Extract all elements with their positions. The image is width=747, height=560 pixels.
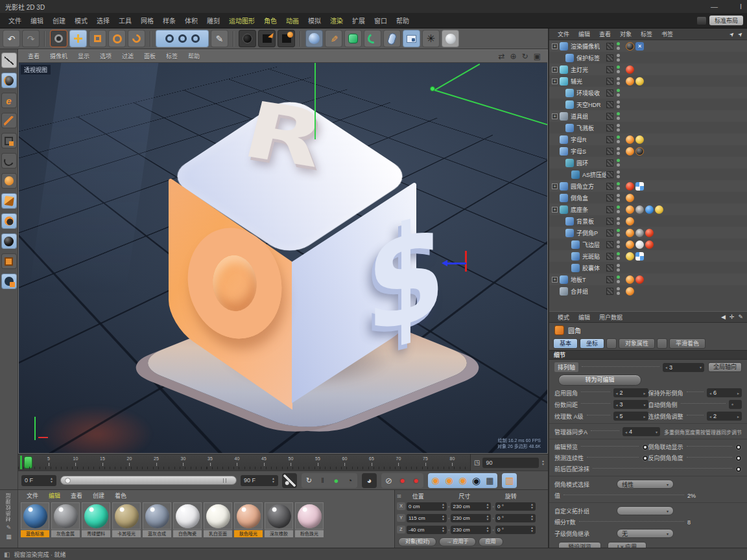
object-row-12[interactable]: +圆角立方 [549, 180, 747, 192]
gcube-tool-icon[interactable] [344, 30, 362, 47]
layer-swatch[interactable] [606, 159, 613, 167]
frame-start-stepper[interactable]: ▲▼ [50, 477, 53, 484]
layer-swatch[interactable] [606, 113, 613, 120]
mode-blob-orange-icon[interactable] [1, 173, 17, 189]
dropdown[interactable]: 无▾ [617, 529, 674, 538]
coords-button-1[interactable]: → 应用于 [439, 537, 475, 546]
render-visibility-dot[interactable] [617, 82, 620, 85]
plane-tool-icon[interactable] [403, 30, 420, 47]
render-visibility-dot[interactable] [617, 233, 620, 237]
viewport-menu-2[interactable]: 显示 [73, 51, 95, 62]
spen-tool-icon[interactable]: ✎ [325, 30, 342, 47]
attr-menu-0[interactable]: 模式 [553, 313, 574, 321]
value-field[interactable]: ◂2▸ [707, 412, 742, 421]
om-menu-4[interactable]: 标签 [636, 30, 657, 38]
grid-icon[interactable] [484, 474, 496, 487]
field-arrow-right[interactable]: ▸ [737, 391, 739, 395]
range-slider-handle[interactable] [65, 478, 71, 484]
attr-tab-1[interactable]: 坐标 [580, 338, 604, 349]
viewport-menu-5[interactable]: 面板 [139, 51, 161, 62]
object-row-18[interactable]: 光斑贴 [549, 250, 747, 262]
ball-gold-tag[interactable] [626, 252, 634, 261]
field-arrow-right[interactable]: ▾ [656, 430, 658, 434]
rotate-icon[interactable]: ↻ [522, 52, 528, 60]
sky-tool-icon[interactable] [442, 30, 459, 47]
ball-red-tag[interactable] [645, 240, 654, 249]
attr-menu-2[interactable]: 用户数据 [595, 313, 627, 321]
editor-visibility-dot[interactable] [617, 170, 620, 174]
window-caret-icon[interactable]: I [740, 3, 742, 10]
value-field[interactable]: ◂4▾ [622, 427, 660, 436]
pan-icon[interactable]: ⇄ [498, 52, 504, 60]
attr-tab-3[interactable]: 对象属性 [619, 338, 655, 349]
attr-icon-2[interactable]: ✎ [738, 314, 743, 320]
render-visibility-dot[interactable] [617, 152, 620, 155]
editor-visibility-dot[interactable] [617, 77, 620, 80]
ball-orange-tag[interactable] [626, 275, 634, 284]
lock-icon[interactable]: ▫ [448, 504, 449, 509]
coords-button-2[interactable]: 应用 [479, 537, 503, 546]
mode-square-orange-icon[interactable] [1, 253, 17, 269]
move-tool-icon[interactable] [69, 30, 87, 47]
object-row-15[interactable]: 背景板 [549, 215, 747, 227]
pen-tool-icon[interactable]: ✎ [211, 30, 228, 47]
autokey-1-icon[interactable] [429, 474, 442, 487]
minimize-icon[interactable]: — [711, 3, 718, 10]
layer-swatch[interactable] [606, 89, 613, 97]
timeline-options-icon[interactable]: ◳ [474, 459, 480, 466]
editor-visibility-dot[interactable] [617, 54, 620, 57]
ball-orange-tag[interactable] [626, 205, 634, 214]
field-arrow-left[interactable]: ◂ [625, 430, 627, 434]
expand-toggle[interactable]: + [552, 67, 558, 73]
editor-visibility-dot[interactable] [617, 275, 620, 279]
render-visibility-dot[interactable] [617, 105, 620, 108]
ball-white-tag[interactable] [635, 240, 644, 249]
material-swatch-1[interactable]: 灰色金属 [51, 502, 80, 537]
tag-blue-x-tag[interactable] [635, 42, 644, 51]
layer-swatch[interactable] [606, 136, 613, 143]
menu-item-6[interactable]: 网格 [136, 14, 158, 27]
coords-field-Z-0[interactable]: -40 cm▲▼ [407, 526, 447, 534]
ball-orange-tag[interactable] [626, 147, 634, 156]
rq-tool-icon[interactable] [278, 30, 295, 47]
field-arrow-left[interactable]: ◂ [665, 365, 667, 369]
ball-orange-tag[interactable] [626, 77, 634, 86]
expand-toggle[interactable]: + [552, 207, 558, 213]
object-row-11[interactable]: AS挤压组 [549, 169, 747, 180]
mode-blob-mix-icon[interactable] [1, 213, 17, 229]
field-arrow-right[interactable]: ▸ [737, 414, 739, 419]
menu-item-14[interactable]: 渲染 [326, 14, 348, 27]
menu-item-13[interactable]: 模拟 [303, 14, 326, 27]
editor-visibility-dot[interactable] [617, 182, 620, 185]
field-arrow-right[interactable]: ▸ [643, 414, 645, 419]
attr-menu-1[interactable]: 编辑 [574, 313, 595, 321]
layer-swatch[interactable] [606, 241, 613, 248]
value-field[interactable]: ◂6▸ [707, 388, 742, 397]
timeline-range-slider[interactable] [60, 476, 237, 485]
object-row-2[interactable]: +主灯光 [549, 64, 747, 75]
layer-swatch[interactable] [606, 101, 613, 108]
object-row-1[interactable]: 保护标签 [549, 52, 747, 64]
autokey-3-icon[interactable] [456, 474, 469, 487]
mode-curve-icon[interactable] [1, 153, 17, 169]
object-row-20[interactable]: +地板T [549, 274, 747, 285]
render-visibility-dot[interactable] [617, 198, 620, 202]
layer-swatch[interactable] [606, 78, 613, 85]
array-tool-icon[interactable]: ✳ [422, 30, 440, 47]
mode-mix-blue-icon[interactable] [1, 274, 17, 289]
gizmo-blue-axis[interactable] [447, 262, 466, 264]
sel-tool-icon[interactable] [50, 30, 67, 47]
mini-field[interactable]: ◦ [729, 400, 742, 409]
frame-start-field[interactable]: 0 F ▲▼ [21, 475, 56, 486]
layout-icon[interactable] [697, 17, 706, 25]
coords-stepper[interactable]: ▲▼ [442, 515, 445, 521]
attr-icon-0[interactable]: ◀ [721, 314, 726, 320]
coords-field-X-2[interactable]: 0 °▲▼ [495, 502, 536, 511]
object-row-17[interactable]: 飞边层 [549, 239, 747, 250]
render-visibility-dot[interactable] [617, 128, 620, 132]
y-axis-line[interactable] [314, 63, 316, 139]
material-menu-1[interactable]: 编辑 [44, 491, 65, 500]
spline-point[interactable] [430, 86, 435, 91]
undo-tool-icon[interactable]: ↶ [3, 30, 20, 47]
field-arrow-right[interactable]: ▾ [700, 365, 702, 369]
